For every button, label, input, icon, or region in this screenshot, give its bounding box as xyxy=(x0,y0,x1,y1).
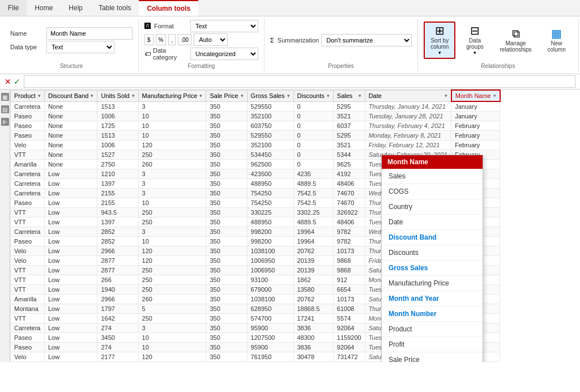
th-sales[interactable]: Sales▾ xyxy=(333,90,365,101)
table-row: PaseoNone15131035052955005295Monday, Feb… xyxy=(11,131,500,140)
table-cell: 1513 xyxy=(97,101,138,112)
formatting-fields: 🅰 Format Text $ % , .00 Auto xyxy=(144,19,258,62)
filter-icon-product: ▾ xyxy=(38,93,41,99)
th-date[interactable]: Date▾ xyxy=(365,90,451,101)
data-groups-icon: ⊟ xyxy=(470,25,480,36)
table-row: PaseoNone17251035060375006037Thursday, F… xyxy=(11,121,500,131)
th-manufacturing-price[interactable]: Manufacturing Price▾ xyxy=(138,90,206,101)
table-cell: 943.5 xyxy=(97,208,138,218)
dropdown-item[interactable]: Month and Year xyxy=(382,291,483,306)
th-units-sold[interactable]: Units Sold▾ xyxy=(97,90,138,101)
table-cell: Low xyxy=(44,295,97,304)
table-cell: 17241 xyxy=(293,314,333,323)
table-icon[interactable]: ▤ xyxy=(1,105,9,113)
dropdown-item[interactable]: Country xyxy=(382,199,483,215)
table-cell: 350 xyxy=(206,314,247,323)
dropdown-item[interactable]: Gross Sales xyxy=(382,261,483,276)
table-cell: Low xyxy=(44,352,97,362)
table-cell: 350 xyxy=(206,150,247,160)
filter-icon-month: ▾ xyxy=(493,93,496,99)
data-groups-btn[interactable]: ⊟ Data groups ▾ xyxy=(459,23,491,58)
dropdown-item[interactable]: Product xyxy=(382,322,483,337)
table-cell: 350 xyxy=(206,121,247,131)
table-cell: 350 xyxy=(206,140,247,150)
currency-percent-btn[interactable]: % xyxy=(156,34,167,45)
table-cell: Low xyxy=(44,323,97,333)
cancel-icon[interactable]: ✕ xyxy=(5,77,11,86)
table-cell: 250 xyxy=(138,275,206,285)
table-cell: 3 xyxy=(138,323,206,333)
table-cell: 1207500 xyxy=(247,333,293,343)
tab-help[interactable]: Help xyxy=(61,0,91,16)
funnel-icon[interactable]: ⫸ xyxy=(1,118,9,126)
th-discount-band[interactable]: Discount Band▾ xyxy=(44,90,97,101)
bar-chart-icon[interactable]: ▦ xyxy=(1,93,9,101)
table-cell: 120 xyxy=(138,256,206,266)
dropdown-item[interactable]: COGS xyxy=(382,184,483,199)
table-cell: Low xyxy=(44,343,97,352)
structure-fields: Name Data type Text xyxy=(10,26,133,54)
formula-input[interactable] xyxy=(24,75,575,88)
table-cell: 2155 xyxy=(97,189,138,198)
table-cell: 350 xyxy=(206,295,247,304)
filter-icon-discounts: ▾ xyxy=(327,93,330,99)
table-cell: 350 xyxy=(206,208,247,218)
th-month-name[interactable]: Month Name▾ xyxy=(451,90,500,101)
auto-select[interactable]: Auto xyxy=(194,33,228,46)
table-cell: 48406 xyxy=(333,218,365,227)
name-input[interactable] xyxy=(46,27,133,40)
properties-fields: Σ Summarization Don't summarize xyxy=(270,33,412,48)
tab-column-tools[interactable]: Column tools xyxy=(139,0,198,16)
table-cell: 350 xyxy=(206,343,247,352)
table-cell: 250 xyxy=(138,314,206,323)
ribbon-tabs: File Home Help Table tools Column tools xyxy=(0,0,580,16)
table-cell: 9782 xyxy=(333,237,365,246)
dropdown-item[interactable]: Sales xyxy=(382,169,483,184)
table-cell: Paseo xyxy=(11,131,45,140)
th-gross-sales[interactable]: Gross Sales▾ xyxy=(247,90,293,101)
dropdown-item[interactable]: Sale Price xyxy=(382,352,483,362)
dropdown-item[interactable]: Discounts xyxy=(382,245,483,261)
datatype-select[interactable]: Text xyxy=(46,41,114,53)
th-sale-price[interactable]: Sale Price▾ xyxy=(206,90,247,101)
th-discounts[interactable]: Discounts▾ xyxy=(293,90,333,101)
name-row: Name xyxy=(10,27,133,40)
table-cell: 3 xyxy=(138,179,206,189)
table-cell: 0 xyxy=(293,131,333,140)
table-cell: 998200 xyxy=(247,227,293,237)
table-cell: 1006 xyxy=(97,112,138,121)
dropdown-item[interactable]: Date xyxy=(382,215,483,230)
currency-decimal-btn[interactable]: .00 xyxy=(178,34,191,45)
table-cell: 5 xyxy=(138,304,206,314)
currency-dollar-btn[interactable]: $ xyxy=(144,34,153,45)
formula-bar: ✕ ✓ xyxy=(0,74,580,90)
currency-comma-btn[interactable]: , xyxy=(168,34,176,45)
tab-file[interactable]: File xyxy=(0,0,27,16)
table-cell: 95900 xyxy=(247,323,293,333)
manage-relationships-btn[interactable]: ⧉ Manage relationships xyxy=(494,25,537,55)
dropdown-item[interactable]: Discount Band xyxy=(382,230,483,245)
table-cell: Low xyxy=(44,314,97,323)
table-cell: 754250 xyxy=(247,198,293,208)
dropdown-item[interactable]: Profit xyxy=(382,337,483,352)
confirm-icon[interactable]: ✓ xyxy=(14,77,20,86)
th-product[interactable]: Product▾ xyxy=(11,90,45,101)
table-container[interactable]: Product▾ Discount Band▾ Units Sold▾ Manu… xyxy=(10,90,580,362)
datacategory-select[interactable]: Uncategorized xyxy=(190,48,258,60)
table-cell: 92064 xyxy=(333,343,365,352)
table-cell: 2155 xyxy=(97,198,138,208)
table-cell: 352100 xyxy=(247,140,293,150)
sort-by-column-btn[interactable]: ⊞ Sort by column ▾ xyxy=(424,22,455,59)
tab-table-tools[interactable]: Table tools xyxy=(91,0,139,16)
new-column-btn[interactable]: ▦ New column xyxy=(541,25,573,55)
table-cell: 350 xyxy=(206,131,247,140)
summarization-select[interactable]: Don't summarize xyxy=(321,34,412,46)
table-cell: 350 xyxy=(206,169,247,179)
dropdown-header: Month Name xyxy=(382,155,483,169)
dropdown-item[interactable]: Manufacturing Price xyxy=(382,276,483,291)
format-select[interactable]: Text xyxy=(190,20,258,32)
table-cell: 1642 xyxy=(97,314,138,323)
table-cell: 2877 xyxy=(97,256,138,266)
dropdown-item[interactable]: Month Number xyxy=(382,306,483,322)
tab-home[interactable]: Home xyxy=(27,0,61,16)
